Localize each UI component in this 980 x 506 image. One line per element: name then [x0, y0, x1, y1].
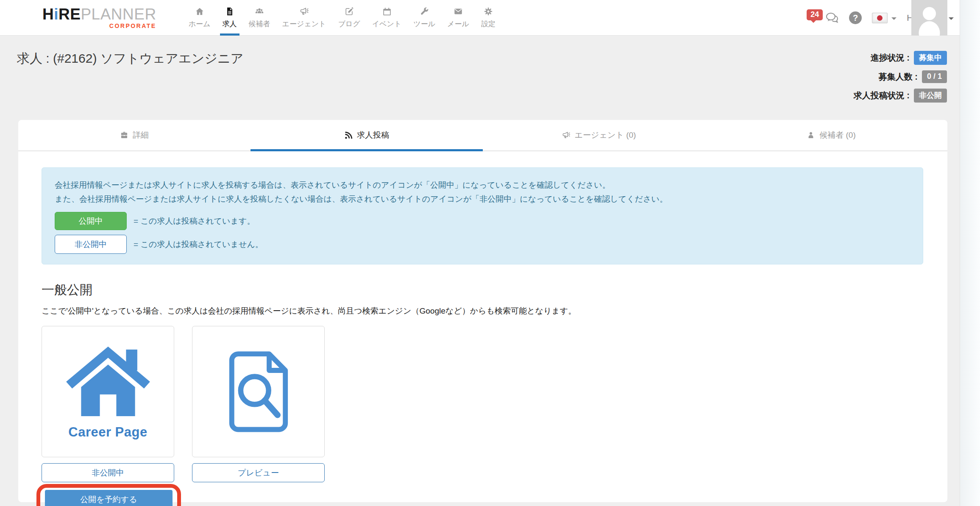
nav-item-blog[interactable]: ブログ [332, 0, 366, 36]
nav-item-label: 設定 [481, 19, 496, 29]
job-posting-card: 詳細 求人投稿 エージェント (0) 候補者 (0) 会社採用情報ページまたは求… [18, 120, 947, 502]
help-button[interactable]: ? [849, 11, 862, 24]
notifications-button[interactable]: 24 [807, 12, 839, 24]
status-row-headcount: 募集人数 : 0 / 1 [879, 70, 947, 83]
nav-item-settings[interactable]: 設定 [475, 0, 501, 36]
page-edge-strip [960, 0, 980, 506]
legend-unpublished: 非公開中 = この求人は投稿されていません。 [55, 235, 910, 254]
tab-label: 詳細 [133, 130, 149, 141]
status-badge: 0 / 1 [922, 70, 947, 83]
home-icon [195, 7, 204, 16]
tab-job-posting[interactable]: 求人投稿 [251, 120, 483, 150]
status-badge: 募集中 [914, 51, 947, 65]
legend-published-text: = この求人は投稿されています。 [134, 216, 255, 227]
nav-item-label: 求人 [223, 19, 237, 29]
career-page-card[interactable]: Career Page [42, 326, 174, 457]
tab-label: 求人投稿 [357, 130, 389, 141]
career-page-label: Career Page [68, 425, 147, 440]
tab-agents[interactable]: エージェント (0) [483, 120, 715, 150]
info-line-2: また、会社採用情報ページまたは求人サイトに求人を投稿したくない場合は、表示されて… [55, 192, 910, 206]
status-label: 求人投稿状況 : [854, 90, 910, 101]
help-glyph: ? [853, 13, 858, 23]
active-tab-indicator [251, 149, 483, 151]
section-heading-general: 一般公開 [42, 281, 924, 299]
logo-tagline: CORPORATE [42, 23, 156, 29]
nav-item-home[interactable]: ホーム [183, 0, 217, 36]
tab-bar: 詳細 求人投稿 エージェント (0) 候補者 (0) [18, 120, 947, 151]
career-page-card-inner: Career Page [63, 343, 153, 440]
nav-item-label: 候補者 [249, 19, 270, 29]
career-status-button[interactable]: 非公開中 [42, 463, 174, 482]
info-line-1: 会社採用情報ページまたは求人サイトに求人を投稿する場合は、表示されているサイトの… [55, 178, 910, 192]
tab-label: 候補者 (0) [819, 130, 856, 141]
tab-candidates[interactable]: 候補者 (0) [715, 120, 947, 150]
annotation-highlight-ring: 公開を予約する [36, 484, 181, 506]
info-box: 会社採用情報ページまたは求人サイトに求人を投稿する場合は、表示されているサイトの… [42, 167, 923, 264]
japan-flag-icon [872, 13, 888, 23]
nav-item-label: ホーム [189, 19, 211, 29]
megaphone-icon [300, 7, 309, 16]
job-status-summary: 進捗状況 : 募集中 募集人数 : 0 / 1 求人投稿状況 : 非公開 [854, 51, 947, 103]
nav-item-label: ツール [413, 19, 435, 29]
status-row-posting: 求人投稿状況 : 非公開 [854, 89, 947, 103]
person-icon [807, 131, 815, 139]
tab-label: エージェント (0) [575, 130, 636, 141]
edit-icon [345, 7, 354, 16]
chevron-down-icon [891, 17, 896, 20]
chat-bubbles-icon [825, 12, 839, 24]
briefcase-icon [120, 131, 128, 139]
nav-item-mail[interactable]: メール [441, 0, 475, 36]
chevron-down-icon [949, 17, 954, 20]
published-sample-button[interactable]: 公開中 [55, 212, 127, 230]
document-search-icon [225, 342, 292, 442]
nav-item-agents[interactable]: エージェント [276, 0, 332, 36]
language-selector[interactable] [872, 13, 896, 23]
avatar[interactable] [911, 0, 947, 36]
megaphone-icon [562, 131, 571, 139]
schedule-publish-button[interactable]: 公開を予約する [45, 490, 173, 506]
status-label: 進捗状況 : [871, 52, 910, 64]
gear-icon [484, 7, 493, 16]
mail-icon [454, 7, 463, 16]
legend-unpublished-text: = この求人は投稿されていません。 [134, 239, 263, 250]
document-icon [225, 7, 234, 16]
logo-wordmark: HiREPLANNER [42, 6, 156, 22]
nav-item-candidates[interactable]: 候補者 [243, 0, 276, 36]
site-cards-row: Career Page [42, 326, 924, 457]
job-posting-panel: 会社採用情報ページまたは求人サイトに求人を投稿する場合は、表示されているサイトの… [18, 167, 947, 506]
people-icon [255, 7, 264, 16]
status-badge: 非公開 [914, 89, 947, 103]
nav-item-tools[interactable]: ツール [407, 0, 441, 36]
nav-item-label: イベント [372, 19, 402, 29]
calendar-icon [382, 7, 392, 16]
notification-count-badge: 24 [807, 9, 823, 20]
nav-item-events[interactable]: イベント [366, 0, 408, 36]
person-silhouette-icon [911, 0, 947, 36]
preview-card[interactable] [192, 326, 325, 457]
legend-published: 公開中 = この求人は投稿されています。 [55, 212, 910, 230]
rss-icon [344, 131, 353, 139]
house-icon [63, 343, 153, 419]
site-buttons-row: 非公開中 プレビュー [42, 463, 924, 482]
status-label: 募集人数 : [879, 71, 918, 83]
wrench-icon [420, 7, 429, 16]
preview-button[interactable]: プレビュー [192, 463, 325, 482]
preview-card-inner [225, 342, 292, 442]
section-description: ここで'公開中'となっている場合、この求人は会社の採用情報ページに表示され、尚且… [42, 306, 924, 317]
nav-item-label: ブログ [338, 19, 360, 29]
logo-tie-i: i [54, 6, 58, 23]
page-title: 求人 : (#2162) ソフトウェアエンジニア [17, 50, 243, 67]
hireplanner-logo[interactable]: HiREPLANNER CORPORATE [42, 6, 156, 29]
nav-item-jobs[interactable]: 求人 [217, 0, 243, 36]
nav-item-label: メール [447, 19, 469, 29]
top-navbar: HiREPLANNER CORPORATE ホーム 求人 候補者 エージェント … [0, 0, 980, 36]
tab-details[interactable]: 詳細 [18, 120, 251, 150]
main-nav: ホーム 求人 候補者 エージェント ブログ イベント ツール メール [183, 0, 501, 36]
status-row-progress: 進捗状況 : 募集中 [871, 51, 947, 65]
nav-item-label: エージェント [282, 19, 326, 29]
unpublished-sample-button[interactable]: 非公開中 [55, 235, 127, 254]
